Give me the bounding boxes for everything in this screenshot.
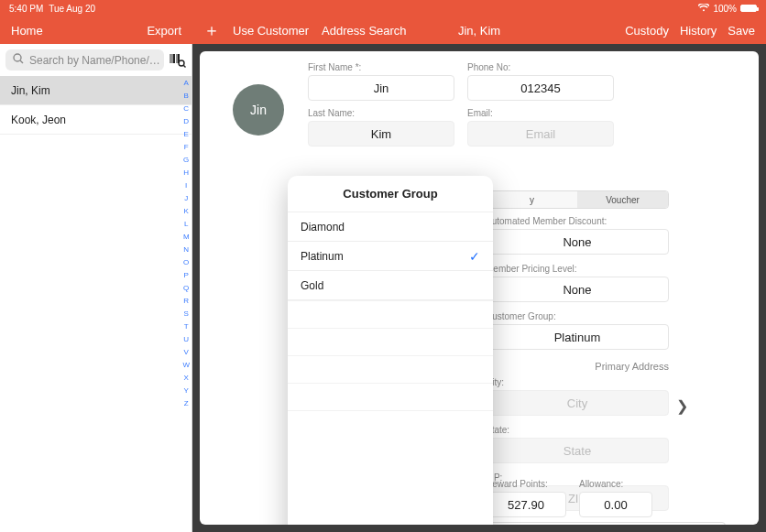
last-name-field[interactable]: Kim [308,121,454,147]
index-letter[interactable]: X [182,372,190,385]
svg-point-0 [14,54,21,61]
nav-history[interactable]: History [680,24,717,38]
email-field[interactable]: Email [467,121,614,147]
index-letter[interactable]: V [182,346,190,359]
label-first-name: First Name *: [308,62,454,72]
search-icon [13,53,24,67]
index-letter[interactable]: U [182,333,190,346]
popover-option[interactable]: Platinum ✓ [288,241,493,270]
index-letter[interactable]: L [182,218,190,231]
avatar[interactable]: Jin [233,84,284,136]
checkmark-icon: ✓ [469,249,480,264]
popover-option[interactable]: Diamond [288,212,493,241]
label-state: State: [486,425,669,435]
index-letter[interactable]: N [182,244,190,256]
svg-line-1 [20,60,23,63]
label-automated-discount: Automated Member Discount: [486,216,669,226]
label-phone: Phone No: [467,62,614,72]
search-placeholder: Search by Name/Phone/… [29,54,160,67]
state-field[interactable]: State [486,438,669,463]
svg-line-8 [184,65,186,67]
index-letter[interactable]: B [182,90,190,103]
page-title: Jin, Kim [458,24,500,38]
add-icon[interactable]: ＋ [203,22,220,38]
primary-address-heading: Primary Address [486,361,669,372]
popover-title: Customer Group [288,176,493,212]
battery-text: 100% [713,4,737,14]
search-input[interactable]: Search by Name/Phone/… [5,49,164,71]
tab-loyalty[interactable]: y [487,191,577,208]
detail-panel: Jin First Name *: Jin Last Name: Kim Pho… [192,44,766,532]
index-letter[interactable]: Y [182,385,190,397]
wifi-icon [698,4,709,14]
barcode-scan-icon[interactable] [170,53,186,68]
index-letter[interactable]: Z [182,397,190,410]
index-letter[interactable]: R [182,295,190,308]
list-item[interactable]: Kook, Jeon [0,105,192,135]
popover-option[interactable]: Gold [288,270,493,299]
label-customer-group: Customer Group: [486,311,669,321]
label-city: City: [486,377,669,387]
index-letter[interactable]: S [182,308,190,320]
label-last-name: Last Name: [308,108,454,118]
first-name-field[interactable]: Jin [308,75,454,101]
status-time: 5:40 PM [9,4,43,14]
automated-discount-field[interactable]: None [486,229,669,255]
popover-option-label: Gold [301,279,323,292]
label-pricing-level: Member Pricing Level: [486,264,669,274]
nav-home[interactable]: Home [11,24,43,38]
customer-group-popover: Customer Group Diamond Platinum ✓ Gold [288,176,493,525]
index-letter[interactable]: C [182,103,190,115]
segment-control[interactable]: y Voucher [486,190,669,209]
index-letter[interactable]: T [182,320,190,333]
popover-option-label: Platinum [301,250,344,263]
nav-custody[interactable]: Custody [625,24,669,38]
chevron-right-icon[interactable]: ❯ [676,397,688,415]
phone-field[interactable]: 012345 [467,75,614,101]
list-item[interactable]: Jin, Kim [0,76,192,105]
index-letter[interactable]: G [182,154,190,167]
nav-export[interactable]: Export [147,24,181,38]
city-field[interactable]: City [486,390,669,416]
customer-sidebar: Search by Name/Phone/… Jin, Kim Kook, Je… [0,44,192,532]
customer-group-field[interactable]: Platinum [486,324,669,350]
index-letter[interactable]: M [182,231,190,244]
status-bar: 5:40 PM Tue Aug 20 100% [0,0,766,16]
nav-save[interactable]: Save [728,24,755,38]
index-letter[interactable]: W [182,359,190,372]
label-email: Email: [467,108,614,118]
customer-form: Jin First Name *: Jin Last Name: Kim Pho… [200,51,759,525]
label-allowance: Allowance: [579,479,652,489]
index-letter[interactable]: P [182,269,190,282]
index-letter[interactable]: A [182,77,190,90]
popover-option-label: Diamond [301,221,345,233]
index-letter[interactable]: I [182,179,190,192]
index-letter[interactable]: Q [182,282,190,295]
battery-icon [740,5,757,12]
tab-voucher[interactable]: Voucher [577,191,668,208]
index-letter[interactable]: K [182,205,190,218]
index-letter[interactable]: J [182,192,190,205]
index-letter[interactable]: F [182,141,190,154]
index-letter[interactable]: H [182,167,190,179]
nav-address-search[interactable]: Address Search [322,24,407,38]
label-reward: Reward Points: [486,479,566,489]
nav-use-customer[interactable]: Use Customer [233,24,309,38]
index-letter[interactable]: O [182,256,190,269]
status-date: Tue Aug 20 [49,4,95,14]
index-letter[interactable]: E [182,128,190,141]
alpha-index[interactable]: ABCDEFGHIJKLMNOPQRSTUVWXYZ [182,77,190,410]
customer-list: Jin, Kim Kook, Jeon [0,76,192,532]
nav-bar: Home Export ＋ Use Customer Address Searc… [0,16,766,44]
pricing-level-field[interactable]: None [486,277,669,302]
index-letter[interactable]: D [182,115,190,128]
